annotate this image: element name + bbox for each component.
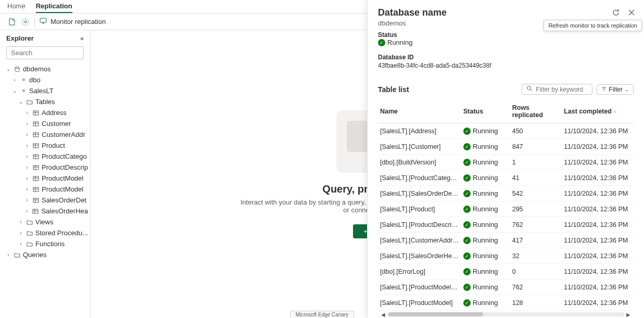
tree-folder-sp[interactable]: › Stored Procedu...	[3, 227, 90, 238]
monitor-replication-button[interactable]: Monitor replication	[39, 17, 106, 27]
table-row[interactable]: [SalesLT].[ProductModel]✓Running12811/10…	[378, 295, 634, 311]
tree-table-label: ProductModel	[42, 185, 83, 193]
tree-table-item[interactable]: ›SalesOrderDet	[3, 195, 90, 206]
chevron-right-icon: ›	[24, 121, 30, 126]
close-button[interactable]	[626, 7, 637, 18]
refresh-button[interactable]	[611, 7, 621, 18]
tree-db-label: dbdemos	[23, 65, 50, 73]
folder-icon	[26, 219, 33, 226]
search-icon	[526, 85, 533, 93]
table-row[interactable]: [SalesLT].[Product]✓Running29511/10/2024…	[378, 201, 634, 217]
tree-table-item[interactable]: ›Customer	[3, 118, 90, 129]
cell-last: 11/10/2024, 12:36 PM	[562, 155, 634, 170]
tree-db[interactable]: ⌄ dbdemos	[3, 63, 90, 74]
svg-rect-4	[33, 122, 39, 126]
chevron-right-icon: ›	[18, 230, 24, 236]
table-list-title: Table list	[378, 85, 409, 94]
cell-last: 11/10/2024, 12:36 PM	[562, 295, 634, 311]
cell-rows: 762	[510, 217, 562, 233]
horizontal-scrollbar[interactable]: ◀ ▶	[378, 311, 634, 318]
search-input[interactable]	[6, 46, 84, 59]
table-row[interactable]: [SalesLT].[ProductModelProdu...✓Running7…	[378, 279, 634, 295]
chevron-right-icon: ›	[24, 186, 30, 192]
chevron-right-icon: ›	[11, 77, 18, 83]
cell-last: 11/10/2024, 12:36 PM	[562, 279, 634, 295]
tree-table-item[interactable]: ›ProductModel	[3, 173, 90, 184]
table-row[interactable]: [dbo].[BuildVersion]✓Running111/10/2024,…	[378, 155, 634, 170]
dbid-label: Database ID	[378, 54, 634, 61]
tree-folder-views[interactable]: › Views	[3, 217, 90, 227]
chevron-right-icon: ›	[24, 154, 30, 159]
scroll-thumb[interactable]	[388, 312, 483, 316]
tree-folder-functions[interactable]: › Functions	[3, 238, 90, 249]
check-icon: ✓	[463, 284, 471, 291]
table-row[interactable]: [dbo].[ErrorLog]✓Running011/10/2024, 12:…	[378, 264, 634, 279]
cell-name: [SalesLT].[ProductCategory]	[378, 170, 461, 186]
cell-last: 11/10/2024, 12:36 PM	[562, 186, 634, 201]
col-status[interactable]: Status	[461, 100, 510, 123]
col-last[interactable]: Last completed ○	[562, 100, 634, 123]
cell-rows: 295	[510, 201, 562, 217]
folder-icon	[14, 251, 21, 259]
monitor-label: Monitor replication	[50, 18, 106, 26]
svg-point-13	[527, 86, 531, 90]
chevron-right-icon: ›	[24, 208, 30, 214]
cell-last: 11/10/2024, 12:36 PM	[562, 217, 634, 233]
cell-rows: 847	[510, 139, 562, 155]
tree-table-label: ProductModel	[42, 174, 83, 182]
cell-status: ✓Running	[461, 186, 510, 201]
tree-table-item[interactable]: ›ProductCatego	[3, 151, 90, 162]
col-rows[interactable]: Rows replicated	[510, 100, 562, 123]
table-icon	[32, 109, 40, 117]
new-query-icon[interactable]	[7, 17, 17, 27]
sort-icon: ○	[613, 109, 616, 115]
collapse-explorer-icon[interactable]: «	[80, 35, 84, 42]
scroll-right-icon[interactable]: ▶	[626, 312, 630, 317]
tree-table-label: CustomerAddr	[42, 131, 85, 138]
filter-input[interactable]	[536, 86, 588, 93]
chevron-right-icon: ›	[24, 175, 30, 181]
panel-heading: Database name	[378, 7, 634, 18]
tab-home[interactable]: Home	[7, 2, 26, 12]
table-icon	[32, 120, 40, 128]
scroll-left-icon[interactable]: ◀	[381, 312, 385, 317]
tree-table-item[interactable]: ›Product	[3, 140, 90, 151]
tree-queries[interactable]: › Queries	[3, 249, 90, 260]
cell-rows: 0	[510, 264, 562, 279]
table-row[interactable]: [SalesLT].[Address]✓Running45011/10/2024…	[378, 123, 634, 139]
tree-table-item[interactable]: ›SalesOrderHea	[3, 206, 90, 217]
cell-last: 11/10/2024, 12:36 PM	[562, 123, 634, 139]
table-row[interactable]: [SalesLT].[SalesOrderHeader]✓Running3211…	[378, 248, 634, 264]
filter-button[interactable]: Filter ⌄	[597, 84, 634, 95]
tree-table-item[interactable]: ›Address	[3, 107, 90, 118]
check-icon: ✓	[463, 143, 471, 150]
database-icon	[14, 66, 21, 73]
tree-folder-tables[interactable]: ⌄ Tables	[3, 96, 90, 107]
table-row[interactable]: [SalesLT].[Customer]✓Running84711/10/202…	[378, 139, 634, 155]
tree-label: Queries	[23, 251, 47, 259]
settings-icon[interactable]	[21, 17, 30, 27]
tree-table-item[interactable]: ›ProductDescrip	[3, 162, 90, 173]
cell-last: 11/10/2024, 12:36 PM	[562, 201, 634, 217]
refresh-tooltip: Refresh monitor to track replication	[544, 20, 642, 31]
table-row[interactable]: [SalesLT].[SalesOrderDetail]✓Running5421…	[378, 186, 634, 201]
table-row[interactable]: [SalesLT].[ProductCategory]✓Running4111/…	[378, 170, 634, 186]
tree-schema-dbo[interactable]: › ⚬ dbo	[3, 74, 90, 85]
col-name[interactable]: Name	[378, 100, 461, 123]
scroll-track[interactable]	[387, 312, 624, 316]
cell-status: ✓Running	[461, 217, 510, 233]
explorer-search	[6, 46, 84, 59]
schema-icon: ⚬	[20, 87, 27, 95]
table-row[interactable]: [SalesLT].[ProductDescription]✓Running76…	[378, 217, 634, 233]
tree-table-item[interactable]: ›ProductModel	[3, 184, 90, 195]
table-row[interactable]: [SalesLT].[CustomerAddress]✓Running41711…	[378, 233, 634, 248]
tree-table-item[interactable]: ›CustomerAddr	[3, 129, 90, 140]
tab-replication[interactable]: Replication	[36, 2, 72, 13]
tree-schema-saleslt[interactable]: ⌄ ⚬ SalesLT	[3, 85, 90, 96]
table-icon	[32, 153, 40, 160]
status-label: Status	[378, 31, 634, 39]
svg-rect-12	[33, 209, 38, 213]
cell-name: [SalesLT].[SalesOrderDetail]	[378, 186, 461, 201]
monitor-icon	[39, 17, 47, 27]
cell-last: 11/10/2024, 12:36 PM	[562, 233, 634, 248]
